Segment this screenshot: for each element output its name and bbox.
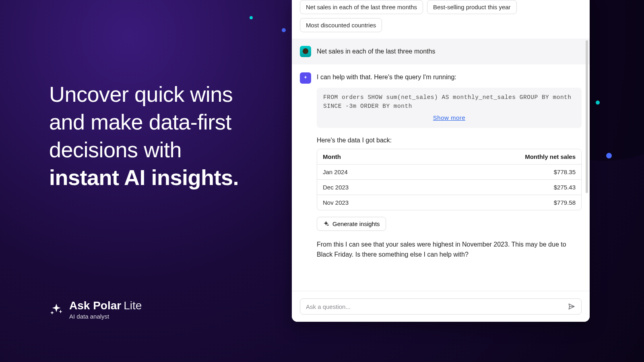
cell-month: Dec 2023 <box>317 180 416 195</box>
hero-bold: instant AI insights. <box>49 165 239 189</box>
table-row: Jan 2024 $778.35 <box>317 165 581 180</box>
query-code-block: FROM orders SHOW sum(net_sales) AS month… <box>317 88 582 128</box>
results-table: Month Monthly net sales Jan 2024 $778.35… <box>317 149 582 210</box>
scrollbar-thumb[interactable] <box>586 40 588 193</box>
generate-label: Generate insights <box>332 220 380 227</box>
send-button[interactable] <box>566 301 577 312</box>
question-input[interactable] <box>306 303 566 310</box>
table-row: Nov 2023 $779.58 <box>317 195 581 210</box>
bg-dot <box>596 101 600 105</box>
hero: Uncover quick wins and make data-first d… <box>49 80 258 191</box>
col-sales: Monthly net sales <box>416 149 581 165</box>
bg-dot <box>250 16 253 19</box>
col-month: Month <box>317 149 416 165</box>
bg-dot <box>282 28 286 32</box>
ai-summary-text: From this I can see that your sales were… <box>317 240 582 260</box>
hero-line: Uncover quick wins <box>49 82 233 106</box>
brand-block: Ask Polar Lite AI data analyst <box>49 299 142 320</box>
ai-message-block: I can help with that. Here's the query I… <box>292 64 590 268</box>
input-bar <box>292 291 590 322</box>
ai-content: I can help with that. Here's the query I… <box>317 72 582 260</box>
sparkle-icon <box>323 221 329 227</box>
hero-line: and make data-first <box>49 110 231 134</box>
cell-sales: $778.35 <box>416 165 581 180</box>
table-row: Dec 2023 $275.43 <box>317 180 581 195</box>
chip-net-sales[interactable]: Net sales in each of the last three mont… <box>300 0 423 14</box>
data-intro-text: Here's the data I got back: <box>317 137 582 144</box>
brand-name: Ask Polar <box>69 299 121 312</box>
ai-sparkle-icon <box>300 72 311 84</box>
show-more-link[interactable]: Show more <box>433 114 465 121</box>
query-text: FROM orders SHOW sum(net_sales) AS month… <box>323 94 572 109</box>
cell-month: Jan 2024 <box>317 165 416 180</box>
generate-insights-button[interactable]: Generate insights <box>317 217 386 231</box>
hero-heading: Uncover quick wins and make data-first d… <box>49 80 258 191</box>
send-icon <box>568 302 576 311</box>
ai-intro-text: I can help with that. Here's the query I… <box>317 72 582 82</box>
table-header-row: Month Monthly net sales <box>317 149 581 165</box>
sparkle-icon <box>49 302 64 317</box>
bg-dot <box>606 153 612 158</box>
panel-body: Net sales in each of the last three mont… <box>292 0 590 291</box>
brand-text: Ask Polar Lite AI data analyst <box>69 299 142 320</box>
cell-sales: $275.43 <box>416 180 581 195</box>
user-message-row: Net sales in each of the last three mont… <box>292 39 590 64</box>
chip-discounted[interactable]: Most discounted countries <box>300 18 382 32</box>
user-message-text: Net sales in each of the last three mont… <box>317 48 435 55</box>
cell-month: Nov 2023 <box>317 195 416 210</box>
user-avatar <box>300 46 311 57</box>
brand-tagline: AI data analyst <box>69 313 142 320</box>
chat-panel: Net sales in each of the last three mont… <box>292 0 590 322</box>
chip-best-selling[interactable]: Best-selling product this year <box>427 0 517 14</box>
hero-line: decisions with <box>49 138 182 162</box>
scroll-area[interactable]: Net sales in each of the last three mont… <box>292 0 590 291</box>
input-wrap[interactable] <box>300 298 582 315</box>
brand-tier: Lite <box>124 299 142 312</box>
cell-sales: $779.58 <box>416 195 581 210</box>
suggestion-chips: Net sales in each of the last three mont… <box>292 0 590 39</box>
